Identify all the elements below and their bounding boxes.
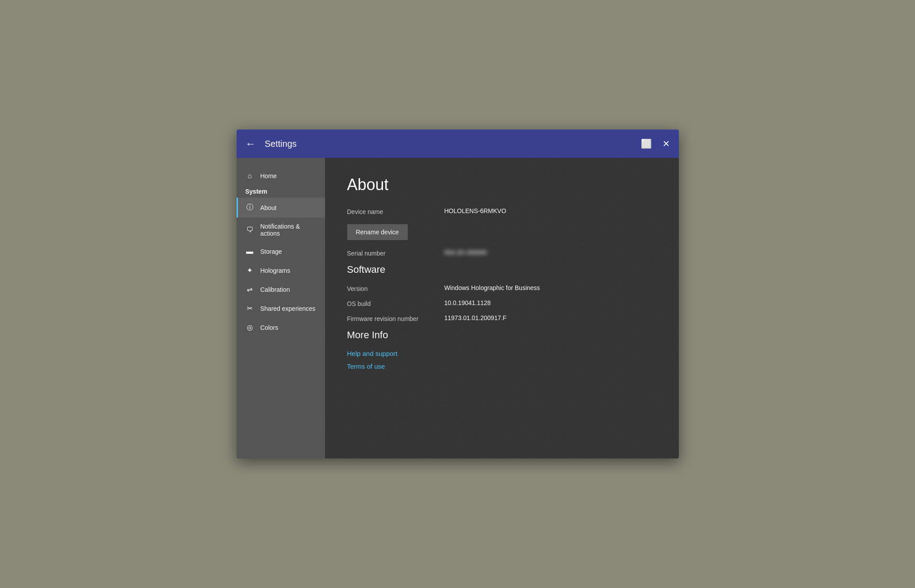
- window-restore-icon[interactable]: ⬜: [641, 138, 652, 149]
- calibration-icon: ⇌: [245, 285, 254, 294]
- shared-icon: ✂: [245, 304, 254, 313]
- sidebar-item-holograms[interactable]: ✦ Holograms: [237, 261, 325, 280]
- info-icon: ⓘ: [245, 203, 254, 212]
- main-layout: ⌂ Home System ⓘ About 🗨 Notifications & …: [237, 158, 679, 458]
- sidebar-item-calibration[interactable]: ⇌ Calibration: [237, 280, 325, 299]
- serial-number-label: Serial number: [347, 249, 444, 257]
- holograms-icon: ✦: [245, 266, 254, 275]
- sidebar-item-home[interactable]: ⌂ Home: [237, 167, 325, 185]
- version-value: Windows Holographic for Business: [444, 284, 540, 291]
- os-build-value: 10.0.19041.1128: [444, 299, 491, 306]
- back-button[interactable]: ←: [245, 138, 256, 149]
- titlebar: ← Settings ⬜ ✕: [237, 130, 679, 158]
- notifications-icon: 🗨: [245, 226, 254, 234]
- titlebar-left: ← Settings: [245, 138, 297, 149]
- home-icon: ⌂: [245, 172, 254, 180]
- settings-window: ← Settings ⬜ ✕ ⌂ Home System ⓘ About 🗨: [237, 130, 679, 458]
- version-row: Version Windows Holographic for Business: [347, 284, 657, 292]
- sidebar-item-about[interactable]: ⓘ About: [237, 198, 325, 218]
- titlebar-title: Settings: [265, 139, 297, 149]
- storage-icon: ▬: [245, 248, 254, 256]
- sidebar-item-storage[interactable]: ▬ Storage: [237, 242, 325, 261]
- sidebar-item-shared-label: Shared experiences: [260, 305, 316, 312]
- sidebar: ⌂ Home System ⓘ About 🗨 Notifications & …: [237, 158, 325, 458]
- content-panel: About Device name HOLOLENS-6RMKVO Rename…: [325, 158, 679, 458]
- firmware-label: Firmware revision number: [347, 314, 444, 322]
- device-name-row: Device name HOLOLENS-6RMKVO: [347, 207, 657, 215]
- sidebar-item-shared[interactable]: ✂ Shared experiences: [237, 299, 325, 318]
- sidebar-item-home-label: Home: [260, 172, 277, 179]
- titlebar-actions: ⬜ ✕: [641, 138, 670, 149]
- page-title: About: [347, 176, 657, 194]
- firmware-row: Firmware revision number 11973.01.01.200…: [347, 314, 657, 322]
- close-icon[interactable]: ✕: [662, 138, 670, 149]
- software-section-title: Software: [347, 264, 657, 275]
- os-build-row: OS build 10.0.19041.1128: [347, 299, 657, 307]
- os-build-label: OS build: [347, 299, 444, 307]
- sidebar-item-storage-label: Storage: [260, 248, 282, 255]
- sidebar-system-header: System: [237, 185, 325, 198]
- serial-number-value: 004-29-190065-: [444, 249, 489, 256]
- device-name-label: Device name: [347, 207, 444, 215]
- version-label: Version: [347, 284, 444, 292]
- terms-of-use-link[interactable]: Terms of use: [347, 363, 657, 370]
- help-support-link[interactable]: Help and support: [347, 350, 657, 357]
- sidebar-item-holograms-label: Holograms: [260, 267, 291, 274]
- device-name-value: HOLOLENS-6RMKVO: [444, 207, 506, 214]
- sidebar-item-notifications-label: Notifications & actions: [260, 223, 316, 237]
- sidebar-item-colors-label: Colors: [260, 324, 278, 331]
- more-info-section-title: More Info: [347, 329, 657, 341]
- sidebar-item-about-label: About: [260, 204, 277, 211]
- system-label: System: [245, 188, 268, 195]
- sidebar-item-notifications[interactable]: 🗨 Notifications & actions: [237, 218, 325, 242]
- sidebar-item-colors[interactable]: ◎ Colors: [237, 318, 325, 337]
- firmware-value: 11973.01.01.200917.F: [444, 314, 507, 321]
- sidebar-item-calibration-label: Calibration: [260, 286, 290, 293]
- colors-icon: ◎: [245, 323, 254, 332]
- rename-device-button[interactable]: Rename device: [347, 224, 408, 240]
- serial-number-row: Serial number 004-29-190065-: [347, 249, 657, 257]
